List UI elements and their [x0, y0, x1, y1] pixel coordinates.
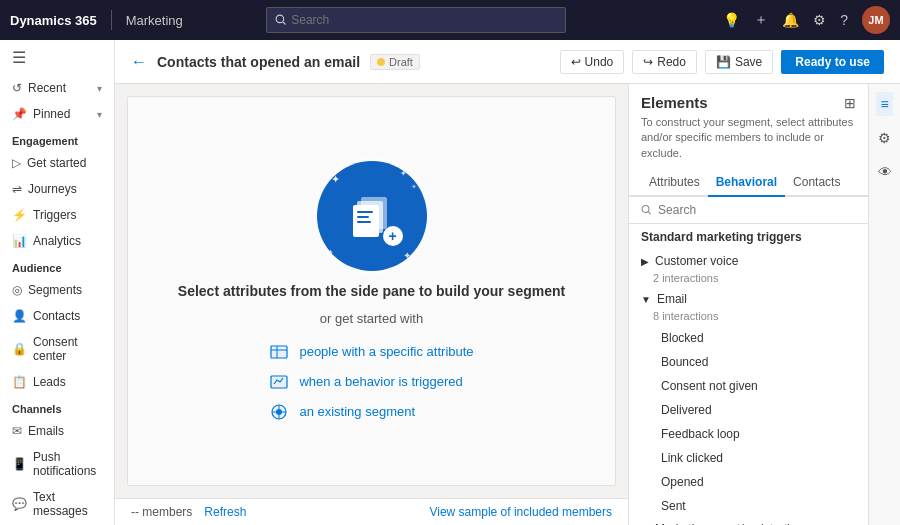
group-label: Customer voice [655, 254, 738, 268]
elements-group-marketing-event[interactable]: ▶ Marketing event/registration [629, 518, 868, 525]
sidebar-item-push[interactable]: 📱 Push notifications [0, 444, 114, 484]
leads-icon: 📋 [12, 375, 27, 389]
elements-search-input[interactable] [658, 203, 856, 217]
redo-label: Redo [657, 55, 686, 69]
canvas-option-attribute[interactable]: people with a specific attribute [269, 342, 473, 362]
list-view-icon[interactable]: ≡ [876, 92, 892, 116]
sidebar-item-label: Leads [33, 375, 66, 389]
sidebar-item-sms[interactable]: 💬 Text messages [0, 484, 114, 524]
list-item[interactable]: Blocked [629, 326, 868, 350]
sidebar-item-pinned[interactable]: 📌 Pinned ▾ [0, 101, 114, 127]
list-item[interactable]: Bounced [629, 350, 868, 374]
list-item[interactable]: Delivered [629, 398, 868, 422]
sparkle-icon: ✦ [331, 173, 340, 186]
idea-icon[interactable]: 💡 [723, 12, 740, 28]
sidebar-item-analytics[interactable]: 📊 Analytics [0, 228, 114, 254]
page-title: Contacts that opened an email [157, 54, 360, 70]
list-item[interactable]: Sent [629, 494, 868, 518]
undo-icon: ↩ [571, 55, 581, 69]
svg-rect-8 [271, 346, 287, 358]
sidebar-item-label: Consent center [33, 335, 102, 363]
list-item[interactable]: Opened [629, 470, 868, 494]
draft-dot [377, 58, 385, 66]
nav-divider [111, 10, 112, 30]
section-channels: Channels [0, 395, 114, 418]
option-behavior-label: when a behavior is triggered [299, 374, 462, 389]
undo-button[interactable]: ↩ Undo [560, 50, 625, 74]
bell-icon[interactable]: 🔔 [782, 12, 799, 28]
elements-section-label: Standard marketing triggers [629, 224, 868, 250]
sidebar-item-emails[interactable]: ✉ Emails [0, 418, 114, 444]
back-button[interactable]: ← [131, 53, 147, 71]
canvas-options: people with a specific attribute when a … [269, 342, 473, 422]
sidebar-item-consent[interactable]: 🔒 Consent center [0, 329, 114, 369]
svg-rect-6 [357, 216, 369, 218]
tab-contacts[interactable]: Contacts [785, 169, 848, 197]
search-input[interactable] [291, 13, 557, 27]
search-icon [275, 14, 287, 26]
grid-icon[interactable]: ⊞ [844, 95, 856, 111]
table-icon [269, 342, 289, 362]
subheader-actions: ↩ Undo ↪ Redo 💾 Save Ready to use [560, 50, 884, 74]
subheader: ← Contacts that opened an email Draft ↩ … [115, 40, 900, 84]
elements-group-customer-voice[interactable]: ▶ Customer voice [629, 250, 868, 272]
pages-stack-icon: + [347, 189, 397, 242]
chevron-down-icon: ▾ [97, 83, 102, 94]
svg-point-14 [642, 206, 649, 213]
contacts-icon: 👤 [12, 309, 27, 323]
canvas-center: ✦ ✦ ✦ ✦ ✦ [178, 161, 565, 422]
members-count: -- members [131, 505, 192, 519]
segment-icon [269, 402, 289, 422]
user-avatar[interactable]: JM [862, 6, 890, 34]
list-item[interactable]: Feedback loop [629, 422, 868, 446]
tab-behavioral[interactable]: Behavioral [708, 169, 785, 197]
sidebar-item-leads[interactable]: 📋 Leads [0, 369, 114, 395]
sidebar-item-label: Analytics [33, 234, 81, 248]
tab-attributes[interactable]: Attributes [641, 169, 708, 197]
add-icon[interactable]: ＋ [754, 11, 768, 29]
status-label: Draft [389, 56, 413, 68]
hamburger-button[interactable]: ☰ [0, 40, 114, 75]
refresh-link[interactable]: Refresh [204, 505, 246, 519]
sidebar-item-contacts[interactable]: 👤 Contacts [0, 303, 114, 329]
sidebar-item-triggers[interactable]: ⚡ Triggers [0, 202, 114, 228]
undo-label: Undo [585, 55, 614, 69]
list-item[interactable]: Consent not given [629, 374, 868, 398]
search-icon [641, 204, 652, 216]
sidebar-item-segments[interactable]: ◎ Segments [0, 277, 114, 303]
customer-voice-sub: 2 interactions [629, 272, 868, 288]
canvas-option-segment[interactable]: an existing segment [269, 402, 473, 422]
elements-search-bar[interactable] [629, 197, 868, 224]
redo-button[interactable]: ↪ Redo [632, 50, 697, 74]
sidebar-item-journeys[interactable]: ⇌ Journeys [0, 176, 114, 202]
sidebar-item-label: Journeys [28, 182, 77, 196]
ready-button[interactable]: Ready to use [781, 50, 884, 74]
elements-list: Standard marketing triggers ▶ Customer v… [629, 224, 868, 525]
journey-icon: ⇌ [12, 182, 22, 196]
search-box[interactable] [266, 7, 566, 33]
right-panel-sidebar: ≡ ⚙ 👁 [868, 84, 900, 525]
elements-panel: Elements ⊞ To construct your segment, se… [628, 84, 868, 525]
recent-icon: ↺ [12, 81, 22, 95]
sidebar-item-label: Pinned [33, 107, 70, 121]
help-icon[interactable]: ? [840, 12, 848, 28]
sidebar-item-recent[interactable]: ↺ Recent ▾ [0, 75, 114, 101]
view-sample-link[interactable]: View sample of included members [429, 505, 612, 519]
consent-icon: 🔒 [12, 342, 27, 356]
segments-icon: ◎ [12, 283, 22, 297]
topbar-icons: 💡 ＋ 🔔 ⚙ ? JM [723, 6, 890, 34]
list-item[interactable]: Link clicked [629, 446, 868, 470]
sidebar-item-label: Text messages [33, 490, 102, 518]
settings-icon[interactable]: ⚙ [813, 12, 826, 28]
trigger-icon: ⚡ [12, 208, 27, 222]
elements-group-email[interactable]: ▼ Email [629, 288, 868, 310]
canvas-option-behavior[interactable]: when a behavior is triggered [269, 372, 473, 392]
preview-icon[interactable]: 👁 [874, 160, 896, 184]
settings-panel-icon[interactable]: ⚙ [874, 126, 895, 150]
sidebar-item-label: Push notifications [33, 450, 102, 478]
save-button[interactable]: 💾 Save [705, 50, 773, 74]
sidebar-item-get-started[interactable]: ▷ Get started [0, 150, 114, 176]
svg-line-1 [283, 22, 286, 25]
chevron-right-icon: ▶ [641, 256, 649, 267]
push-icon: 📱 [12, 457, 27, 471]
